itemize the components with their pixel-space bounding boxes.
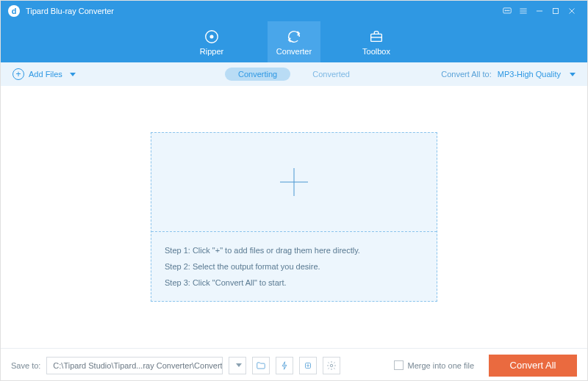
save-to-label: Save to: [11,361,40,370]
svg-rect-8 [553,9,559,14]
settings-button[interactable] [323,357,340,374]
minimize-button[interactable] [531,3,548,19]
tab-converted[interactable]: Converted [299,68,363,81]
chevron-down-icon [70,73,76,76]
toolbar: + Add Files Converting Converted Convert… [1,62,587,86]
add-files-label: Add Files [29,70,62,79]
nav-toolbox-label: Toolbox [362,47,390,56]
add-files-dropzone[interactable] [151,133,437,232]
chevron-down-icon[interactable] [570,73,576,76]
titlebar: d Tipard Blu-ray Converter [1,1,587,21]
add-files-button[interactable]: + Add Files [12,68,76,80]
close-button[interactable] [564,3,580,19]
chevron-down-icon [236,363,242,367]
nav-toolbox[interactable]: Toolbox [350,21,403,62]
svg-point-1 [505,10,506,11]
svg-point-17 [331,364,334,367]
step-text: Step 3: Click "Convert All" to start. [165,275,423,291]
svg-point-12 [210,35,213,38]
step-text: Step 2: Select the output format you des… [165,258,423,275]
merge-label: Merge into one file [408,361,475,370]
output-format-select[interactable]: MP3-High Quality [498,70,561,79]
main-nav: Ripper Converter Toolbox [1,21,587,62]
instructions: Step 1: Click "+" to add files or drag t… [151,232,437,301]
dropzone: Step 1: Click "+" to add files or drag t… [151,132,437,302]
convert-all-button[interactable]: Convert All [489,355,577,377]
svg-point-3 [509,10,509,11]
converter-icon [286,29,302,45]
toolbox-icon [368,29,384,45]
ripper-icon [204,29,220,45]
menu-icon[interactable] [515,3,531,19]
convert-all-to-label: Convert All to: [441,70,491,79]
footer: Save to: C:\Tipard Studio\Tipard...ray C… [1,348,587,381]
feedback-icon[interactable] [499,3,515,19]
nav-ripper[interactable]: Ripper [185,21,238,62]
nav-converter[interactable]: Converter [268,21,320,62]
plus-circle-icon: + [12,68,24,80]
content-area: Step 1: Click "+" to add files or drag t… [1,86,587,348]
gpu-button[interactable] [299,357,317,374]
merge-checkbox[interactable] [394,360,404,370]
hw-accel-button[interactable] [276,357,293,374]
nav-ripper-label: Ripper [200,47,223,56]
app-logo-icon: d [8,5,20,17]
svg-point-2 [506,10,507,11]
merge-checkbox-group[interactable]: Merge into one file [394,360,475,370]
save-path-input[interactable]: C:\Tipard Studio\Tipard...ray Converter\… [46,357,223,374]
tab-converting[interactable]: Converting [225,68,290,81]
plus-icon [280,168,308,196]
save-path-dropdown[interactable] [229,357,246,374]
app-title: Tipard Blu-ray Converter [26,7,114,15]
nav-converter-label: Converter [276,47,312,56]
open-folder-button[interactable] [252,357,270,374]
svg-rect-15 [306,363,311,368]
maximize-button[interactable] [548,3,564,19]
step-text: Step 1: Click "+" to add files or drag t… [165,242,423,258]
svg-point-16 [307,364,309,366]
